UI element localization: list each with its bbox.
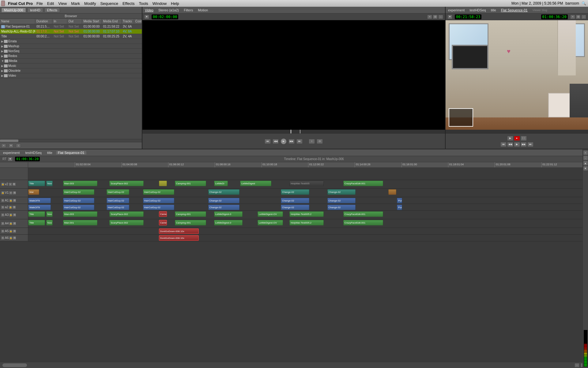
clip-haircutguy-02[interactable]: HairCutGuy-02 bbox=[107, 198, 129, 203]
clip-noo[interactable]: Noo bbox=[46, 181, 53, 186]
timeline-tab-experiment[interactable]: experiment bbox=[1, 151, 21, 155]
menu-view[interactable]: View bbox=[58, 1, 67, 6]
timeline-scroll-handle[interactable] bbox=[2, 363, 27, 367]
clip-title[interactable]: Title bbox=[28, 220, 45, 225]
clip-haircutguy-02[interactable]: HairCutGuy-02 bbox=[63, 198, 94, 203]
clip-noo[interactable]: Noo bbox=[46, 220, 53, 225]
clip-holywar-test005.2[interactable]: HolyWar-Test005.2 bbox=[289, 211, 324, 217]
clip-holywar-test005[interactable]: HolyWar-Test005 bbox=[289, 181, 324, 186]
viewer-tab-stereo[interactable]: Stereo (a1a2) bbox=[157, 8, 180, 12]
track-content-a1[interactable]: WalkOfTilHairCutGuy-02HairCutGuy-02HairC… bbox=[28, 197, 588, 204]
tool-zoom-out[interactable]: - bbox=[583, 156, 588, 160]
clip-haircutguy-02[interactable]: HairCutGuy-02 bbox=[143, 205, 174, 210]
clip-change-02[interactable]: Change-02 bbox=[208, 205, 239, 210]
clip-camping-001[interactable]: Camping-001 bbox=[175, 181, 206, 186]
track-content-v1-top[interactable]: WalHairCutGuy-02HairCutGuy-02HairCutGuy-… bbox=[28, 189, 588, 197]
a1-link-btn[interactable]: ⛓ bbox=[13, 199, 16, 202]
canvas-ff-btn[interactable]: ▶▶ bbox=[521, 142, 527, 147]
clip-change-02[interactable]: Change-02 bbox=[327, 205, 356, 210]
v2-lock-btn[interactable]: 🔒 bbox=[1, 183, 4, 186]
clip-haircutguy-02[interactable]: HairCutGuy-02 bbox=[143, 189, 174, 195]
a4-link-btn[interactable]: ⛓ bbox=[13, 222, 16, 225]
viewer-tab-motion[interactable]: Motion bbox=[197, 8, 209, 12]
browser-row-mashup-all[interactable]: MashUp-ALL-Redo-02 (fORIG) 01:17:07:11 N… bbox=[0, 29, 142, 34]
browser-row-video[interactable]: ▶ Video bbox=[0, 73, 142, 78]
a1-solo-btn[interactable]: S bbox=[1, 199, 4, 202]
viewer-tab-video[interactable]: Video bbox=[144, 8, 155, 12]
clip-dontgodown-008.10x[interactable]: DontGoDown-008.10x bbox=[159, 228, 199, 234]
v1top-link-btn[interactable]: ⛓ bbox=[13, 191, 16, 194]
viewer-ff-btn[interactable]: ▶▶ bbox=[288, 139, 295, 144]
clip-haircutguy-02[interactable]: HairCutGuy-02 bbox=[107, 189, 129, 195]
clip-[interactable] bbox=[388, 189, 396, 195]
browser-row-nonseq[interactable]: ▶ NonSeq bbox=[0, 49, 142, 54]
a2-lock-btn[interactable]: 🔒 bbox=[9, 206, 12, 209]
browser-tab-testhd[interactable]: testHD bbox=[27, 8, 43, 13]
browser-row-obsolete[interactable]: ▶ Obsolete bbox=[0, 68, 142, 73]
a2-solo-btn[interactable]: S bbox=[1, 206, 4, 209]
canvas-play2-btn[interactable]: ▶ bbox=[514, 142, 520, 147]
browser-row-music[interactable]: ▶ Music bbox=[0, 63, 142, 68]
menu-window[interactable]: Window bbox=[153, 1, 167, 6]
canvas-play-btn[interactable]: ▶ bbox=[507, 136, 513, 141]
canvas-prev-btn[interactable]: ⏮ bbox=[500, 142, 507, 147]
clip-change-02[interactable]: Change-02 bbox=[208, 198, 239, 203]
browser-row-media[interactable]: ▼ Media bbox=[0, 59, 142, 63]
browser-row-redos[interactable]: ▶ Redos bbox=[0, 54, 142, 59]
tool-scroll-up[interactable]: ▲ bbox=[583, 161, 588, 165]
canvas-tab-experiment[interactable]: experiment bbox=[447, 8, 466, 12]
a2-link-btn[interactable]: ⛓ bbox=[13, 206, 16, 209]
clip-crazyfaceedit-001[interactable]: CrazyFaceEdit-001 bbox=[343, 211, 383, 217]
clip-change-02[interactable]: Change-02 bbox=[281, 205, 309, 210]
viewer-jog-bar[interactable] bbox=[142, 130, 445, 133]
menu-modify[interactable]: Modify bbox=[84, 1, 96, 6]
a6-solo-btn[interactable]: S bbox=[1, 236, 4, 240]
browser-row-mashup[interactable]: ▶ Mashup bbox=[0, 44, 142, 49]
browser-view-btn[interactable]: ≡ bbox=[9, 144, 13, 148]
viewer-rewind-btn[interactable]: ◀◀ bbox=[273, 139, 279, 144]
clip-title[interactable]: Title bbox=[28, 211, 45, 217]
viewer-go-start-btn[interactable]: ⏮ bbox=[265, 139, 271, 144]
clip-walkoftil[interactable]: WalkOfTil bbox=[28, 205, 51, 210]
clip-change-02[interactable]: Change-02 bbox=[327, 198, 356, 203]
a5-lock-btn[interactable]: 🔒 bbox=[9, 230, 12, 233]
canvas-tab-title[interactable]: title bbox=[490, 8, 497, 12]
scroll-thumb[interactable] bbox=[0, 140, 18, 142]
viewer-go-end-btn[interactable]: ⏭ bbox=[296, 139, 303, 144]
canvas-full-btn[interactable]: ⛶ bbox=[521, 136, 527, 141]
clip-change-02[interactable]: Change-02 bbox=[327, 189, 356, 195]
clip-crazyfaceedit-001[interactable]: CrazyFaceEdit-001 bbox=[343, 181, 383, 186]
clip-walkoftil[interactable]: WalkOfTil bbox=[28, 198, 51, 203]
menu-help[interactable]: Help bbox=[171, 1, 179, 6]
clip-scaryplace-002[interactable]: ScaryPlace-002 bbox=[109, 220, 144, 225]
clip-camer[interactable]: Camer bbox=[159, 220, 167, 225]
browser-row-errata[interactable]: ▶ Errata bbox=[0, 39, 142, 44]
canvas-tc-dropdown[interactable]: ▼ bbox=[447, 15, 452, 19]
clip-change-02[interactable]: Change-02 bbox=[281, 189, 309, 195]
track-content-a4[interactable]: TitleNooMan-001ScaryPlace-002CamerCampin… bbox=[28, 219, 588, 228]
clip-man-003[interactable]: Man-003 bbox=[63, 181, 97, 186]
clip-[interactable] bbox=[159, 181, 167, 186]
browser-tab-effects[interactable]: Effects bbox=[44, 8, 60, 13]
clip-haircutguy-02[interactable]: HairCutGuy-02 bbox=[63, 189, 94, 195]
menu-file[interactable]: File bbox=[36, 1, 43, 6]
canvas-timecode[interactable]: 00:21:58:23 bbox=[455, 14, 481, 19]
v2-link-btn[interactable]: ⛓ bbox=[13, 183, 16, 186]
browser-sort-btn[interactable]: ↕ bbox=[16, 144, 21, 148]
canvas-record-btn[interactable]: ● bbox=[514, 136, 520, 141]
zoom-fit-btn[interactable]: ⊡ bbox=[433, 15, 438, 19]
timeline-zoom-out[interactable]: - bbox=[575, 363, 579, 367]
v2-vis-btn[interactable]: V bbox=[9, 183, 12, 186]
a3-link-btn[interactable]: ⛓ bbox=[13, 213, 16, 217]
clip-punc[interactable]: Punc bbox=[397, 198, 402, 203]
browser-add-btn[interactable]: + bbox=[1, 144, 6, 148]
timeline-tab-title[interactable]: title bbox=[45, 151, 54, 155]
browser-row-title[interactable]: Title 00:00:25:26 Not Set Not Set 01:00:… bbox=[0, 34, 142, 39]
clip-letmedigest-ov[interactable]: LetMeDigest-OV bbox=[258, 220, 283, 225]
clip-noo[interactable]: Noo bbox=[46, 211, 53, 217]
clip-haircutguy-02[interactable]: HairCutGuy-02 bbox=[143, 198, 174, 203]
viewer-tab-filters[interactable]: Filters bbox=[183, 8, 194, 12]
a3-lock-btn[interactable]: 🔒 bbox=[9, 213, 12, 217]
canvas-tab-flatseq[interactable]: Flat Sequence-01 bbox=[500, 8, 529, 12]
clip-camping-001[interactable]: Camping-001 bbox=[175, 220, 206, 225]
